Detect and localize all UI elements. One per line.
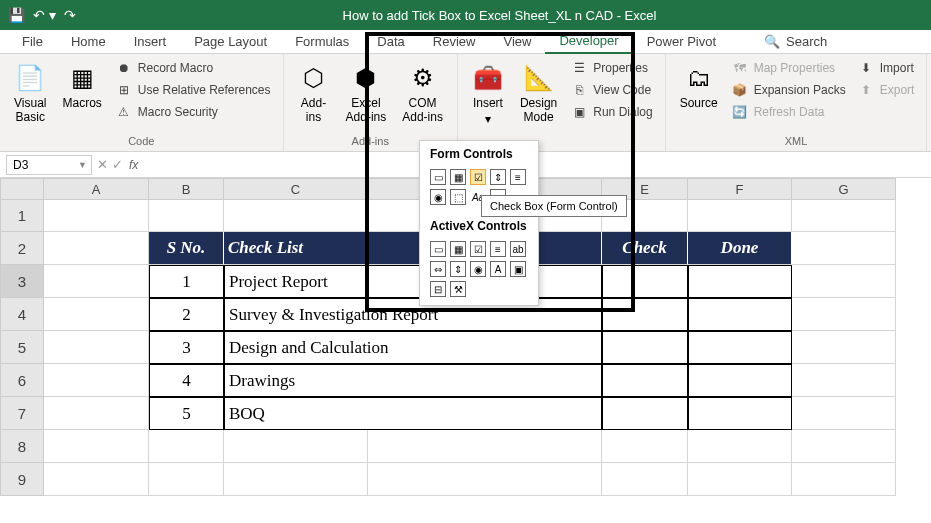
tab-file[interactable]: File: [8, 30, 57, 53]
cell-done-header[interactable]: Done: [688, 232, 792, 265]
expansion-packs-button[interactable]: 📦Expansion Packs: [728, 80, 850, 100]
row-header-5[interactable]: 5: [0, 331, 44, 364]
tab-insert[interactable]: Insert: [120, 30, 181, 53]
form-option-icon[interactable]: ◉: [430, 189, 446, 205]
design-mode-button[interactable]: 📐Design Mode: [514, 58, 563, 129]
cell[interactable]: [44, 265, 149, 298]
cell[interactable]: [602, 463, 688, 496]
cell[interactable]: 4: [149, 364, 224, 397]
cell[interactable]: [792, 364, 896, 397]
cell[interactable]: [44, 463, 149, 496]
cell[interactable]: [44, 364, 149, 397]
cell[interactable]: 5: [149, 397, 224, 430]
cell[interactable]: 3: [149, 331, 224, 364]
cell[interactable]: [688, 364, 792, 397]
ax-label-icon[interactable]: A: [490, 261, 506, 277]
cell-checklist-header[interactable]: Check List: [224, 232, 602, 265]
cell[interactable]: [44, 200, 149, 232]
insert-controls-button[interactable]: 🧰Insert▾: [466, 58, 510, 131]
record-macro-button[interactable]: ⏺Record Macro: [112, 58, 275, 78]
ax-image-icon[interactable]: ▣: [510, 261, 526, 277]
cell-sno-header[interactable]: S No.: [149, 232, 224, 265]
cell[interactable]: [792, 430, 896, 463]
source-button[interactable]: 🗂Source: [674, 58, 724, 114]
row-header-1[interactable]: 1: [0, 200, 44, 232]
ax-scrollbar-icon[interactable]: ⇔: [430, 261, 446, 277]
cancel-icon[interactable]: ✕: [97, 157, 108, 172]
save-icon[interactable]: 💾: [8, 7, 25, 23]
tab-page-layout[interactable]: Page Layout: [180, 30, 281, 53]
selected-cell[interactable]: [602, 265, 688, 298]
view-code-button[interactable]: ⎘View Code: [567, 80, 656, 100]
ax-more-icon[interactable]: ⚒: [450, 281, 466, 297]
namebox-dropdown-icon[interactable]: ▼: [78, 160, 87, 170]
cell-check-header[interactable]: Check: [602, 232, 688, 265]
tab-view[interactable]: View: [489, 30, 545, 53]
col-header-c[interactable]: C: [224, 178, 368, 200]
tab-review[interactable]: Review: [419, 30, 490, 53]
cell[interactable]: [44, 298, 149, 331]
cell[interactable]: Design and Calculation: [224, 331, 602, 364]
col-header-f[interactable]: F: [688, 178, 792, 200]
row-header-3[interactable]: 3: [0, 265, 44, 298]
form-combo-icon[interactable]: ▦: [450, 169, 466, 185]
ax-button-icon[interactable]: ▭: [430, 241, 446, 257]
cell[interactable]: [792, 265, 896, 298]
cell[interactable]: [224, 200, 368, 232]
com-addins-button[interactable]: ⚙COM Add-ins: [396, 58, 449, 129]
cell[interactable]: Survey & Investigation Report: [224, 298, 602, 331]
cell[interactable]: [149, 430, 224, 463]
row-header-9[interactable]: 9: [0, 463, 44, 496]
cell[interactable]: [792, 331, 896, 364]
row-header-7[interactable]: 7: [0, 397, 44, 430]
cell[interactable]: [368, 463, 602, 496]
cell[interactable]: [224, 430, 368, 463]
row-header-6[interactable]: 6: [0, 364, 44, 397]
row-header-2[interactable]: 2: [0, 232, 44, 265]
cell[interactable]: [602, 430, 688, 463]
enter-icon[interactable]: ✓: [112, 157, 123, 172]
ax-spin-icon[interactable]: ⇕: [450, 261, 466, 277]
cell[interactable]: [688, 430, 792, 463]
import-button[interactable]: ⬇Import: [854, 58, 919, 78]
cell[interactable]: Drawings: [224, 364, 602, 397]
cell[interactable]: [149, 200, 224, 232]
tab-formulas[interactable]: Formulas: [281, 30, 363, 53]
form-spinner-icon[interactable]: ⇕: [490, 169, 506, 185]
form-button-icon[interactable]: ▭: [430, 169, 446, 185]
select-all-corner[interactable]: [0, 178, 44, 200]
cell[interactable]: [688, 463, 792, 496]
col-header-g[interactable]: G: [792, 178, 896, 200]
fx-icon[interactable]: fx: [129, 158, 138, 172]
excel-addins-button[interactable]: ⬢Excel Add-ins: [340, 58, 393, 129]
row-header-4[interactable]: 4: [0, 298, 44, 331]
relative-refs-button[interactable]: ⊞Use Relative References: [112, 80, 275, 100]
cell[interactable]: [792, 200, 896, 232]
visual-basic-button[interactable]: 📄 Visual Basic: [8, 58, 52, 129]
cell[interactable]: [602, 364, 688, 397]
form-listbox-icon[interactable]: ≡: [510, 169, 526, 185]
cell[interactable]: [44, 430, 149, 463]
cell[interactable]: [792, 397, 896, 430]
ax-checkbox-icon[interactable]: ☑: [470, 241, 486, 257]
tab-search[interactable]: 🔍 Search: [750, 30, 841, 53]
col-header-b[interactable]: B: [149, 178, 224, 200]
cell[interactable]: [602, 331, 688, 364]
cell[interactable]: [44, 397, 149, 430]
tab-developer[interactable]: Developer: [545, 29, 632, 54]
ax-combo-icon[interactable]: ▦: [450, 241, 466, 257]
tab-power-pivot[interactable]: Power Pivot: [633, 30, 730, 53]
cell[interactable]: [44, 232, 149, 265]
ax-listbox-icon[interactable]: ≡: [490, 241, 506, 257]
cell[interactable]: BOQ: [224, 397, 602, 430]
ax-toggle-icon[interactable]: ⊟: [430, 281, 446, 297]
tab-home[interactable]: Home: [57, 30, 120, 53]
cell[interactable]: [792, 463, 896, 496]
cell[interactable]: [792, 298, 896, 331]
ax-textbox-icon[interactable]: ab: [510, 241, 526, 257]
cell[interactable]: Project Report: [224, 265, 602, 298]
row-header-8[interactable]: 8: [0, 430, 44, 463]
run-dialog-button[interactable]: ▣Run Dialog: [567, 102, 656, 122]
cell[interactable]: [688, 200, 792, 232]
cell[interactable]: [602, 397, 688, 430]
